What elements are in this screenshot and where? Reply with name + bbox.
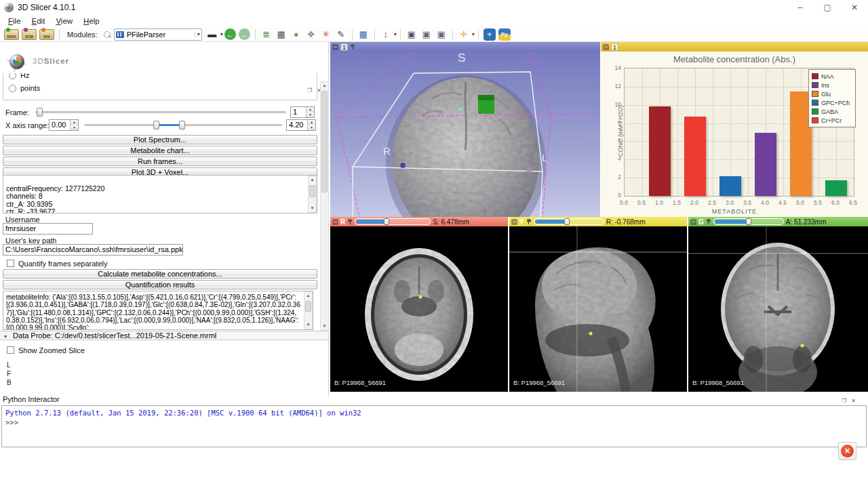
close-console-icon[interactable]: ✕ [850, 397, 857, 405]
module-search-icon[interactable] [103, 30, 111, 39]
history-forward-icon[interactable]: → [239, 28, 250, 40]
menu-file[interactable]: File [3, 17, 26, 25]
scroll-up-icon[interactable]: ▲ [304, 292, 312, 300]
xaxis-min-spinbox[interactable]: 0.00 ▲▼ [49, 119, 79, 131]
threed-view-header[interactable]: – 1 [330, 42, 600, 52]
chevron-down-icon[interactable]: ▾ [472, 31, 475, 37]
chart-view-header[interactable]: – 1 [601, 42, 868, 52]
scroll-up-icon[interactable]: ▲ [321, 82, 328, 89]
crosshair-icon[interactable]: ✛ [457, 28, 471, 41]
threed-render-area[interactable]: S R L [330, 52, 600, 217]
module-hierarchy-icon[interactable]: ≣ [260, 28, 273, 41]
threed-view[interactable]: – 1 S [330, 42, 600, 217]
slice-view-yellow[interactable]: – Y R: -0.768mm B: P19968_56691 [509, 217, 687, 392]
quantification-results-button[interactable]: Quantification results [3, 280, 317, 289]
pin-icon[interactable] [526, 219, 532, 224]
screenshot-icon[interactable]: ▣ [405, 28, 418, 41]
scroll-down-icon[interactable]: ▼ [309, 205, 316, 212]
collapse-triangle-icon[interactable]: ▾ [4, 333, 7, 341]
pin-icon[interactable] [350, 44, 355, 49]
chevron-down-icon[interactable]: ▾ [394, 31, 397, 37]
slice-view-red[interactable]: – R S: 6.478mm B: P19968_56691 [330, 217, 508, 392]
calculate-concentrations-button[interactable]: Calculate metabolite concentrations... [3, 269, 317, 279]
radio-points[interactable] [9, 85, 16, 92]
spin-up-icon[interactable]: ▲ [308, 120, 315, 125]
slice-view-green[interactable]: – G A: 51.233mm B: P19968_56691 [688, 217, 868, 392]
scroll-up-icon[interactable]: ▲ [309, 176, 316, 184]
chevron-down-icon[interactable]: ▾ [220, 31, 223, 37]
data-probe-header[interactable]: ▾ Data Probe: C:/dev/0.test/slicerTest..… [0, 331, 328, 340]
collapse-view-icon[interactable]: – [690, 219, 696, 225]
close-button[interactable]: ✕ [841, 0, 868, 15]
slider-handle[interactable] [384, 218, 389, 225]
slice-offset-slider[interactable] [534, 218, 604, 225]
menu-help[interactable]: Help [78, 17, 105, 25]
frame-spinbox[interactable]: 1 ▲▼ [290, 106, 315, 118]
error-log-button[interactable]: ✕ [838, 442, 856, 460]
collapse-view-icon[interactable]: – [332, 219, 338, 225]
minimize-button[interactable]: – [787, 0, 814, 15]
xaxis-max-spinbox[interactable]: 4.20 ▲▼ [286, 119, 316, 131]
quantify-checkbox[interactable] [7, 260, 14, 267]
python-prompt[interactable]: >>> [5, 418, 863, 427]
coronal-slice-image[interactable]: B: P19968_56691 [688, 226, 868, 392]
metabolite-chart-button[interactable]: Metabolite chart... [3, 146, 317, 155]
panel-scrollbar[interactable]: ▲ ▼ [320, 81, 329, 331]
markups-icon[interactable]: ✳ [319, 28, 333, 41]
keypath-input[interactable]: C:\Users\FranciscoMarcano\.ssh\fmrsiuser… [3, 244, 183, 256]
undock-console-icon[interactable]: ❐ [840, 397, 848, 405]
python-console[interactable]: Python 2.7.13 (default, Jan 15 2019, 22:… [1, 405, 867, 447]
python-console-icon[interactable]: Py [498, 28, 511, 41]
module-selector[interactable]: PFileParser ▾ [114, 28, 202, 41]
slice-view-red-header[interactable]: – R S: 6.478mm [330, 217, 508, 226]
scrollbar-thumb[interactable] [309, 185, 315, 197]
scrollbar-thumb[interactable] [321, 91, 328, 192]
collapse-view-icon[interactable]: – [511, 219, 517, 225]
slider-handle[interactable] [746, 218, 751, 225]
spin-down-icon[interactable]: ▼ [71, 125, 78, 131]
spin-up-icon[interactable]: ▲ [71, 120, 78, 125]
sagittal-slice-image[interactable]: B: P19968_56691 [509, 226, 687, 392]
spin-down-icon[interactable]: ▼ [307, 113, 314, 118]
mouse-mode-icon[interactable]: ↕ [379, 28, 393, 41]
scene-view-icon[interactable]: ▣ [420, 28, 433, 41]
scroll-down-icon[interactable]: ▼ [321, 323, 328, 330]
import-dicom-icon[interactable]: DCM [22, 29, 37, 40]
frame-slider[interactable] [35, 107, 286, 117]
metabolite-info-textarea[interactable]: metaboliteInfo: {'Ala':[(0.913,1.55,0.10… [3, 291, 313, 330]
axial-slice-image[interactable]: B: P19968_56691 [330, 226, 508, 392]
collapse-view-icon[interactable]: – [603, 44, 609, 50]
extensions-manager-icon[interactable]: + [484, 28, 496, 41]
history-back-icon[interactable]: ← [224, 28, 236, 40]
radio-hz[interactable] [9, 73, 16, 79]
chevron-down-icon[interactable]: ▾ [195, 31, 200, 37]
maximize-button[interactable]: ▢ [814, 0, 841, 15]
pin-icon[interactable] [347, 219, 353, 224]
chart-view[interactable]: – 1 Metabolite concentration (Abs.) CONC… [601, 42, 868, 217]
slider-handle[interactable] [564, 218, 570, 225]
save-scene-icon[interactable]: SAV [39, 29, 54, 40]
annotations-icon[interactable]: ✎ [334, 28, 348, 41]
plot-spectrum-button[interactable]: Plot Spectrum... [3, 135, 317, 144]
spin-down-icon[interactable]: ▼ [308, 125, 315, 131]
username-input[interactable]: fmrsiuser [3, 223, 93, 235]
xaxis-range-slider[interactable] [84, 120, 282, 130]
slice-view-yellow-header[interactable]: – Y R: -0.768mm [509, 217, 687, 226]
volume-rendering-icon[interactable]: ▦ [275, 28, 288, 41]
slice-offset-slider[interactable] [355, 218, 431, 225]
layout-icon[interactable]: ▦ [357, 28, 370, 41]
header-info-textarea[interactable]: centralFrequency: 1277125220 channels: 8… [3, 175, 317, 214]
module-options-icon[interactable]: ▬ [205, 28, 219, 41]
pin-icon[interactable] [706, 219, 711, 224]
scene-views-restore-icon[interactable]: ▣ [435, 28, 448, 41]
scroll-down-icon[interactable]: ▼ [304, 321, 312, 329]
models-icon[interactable]: ● [290, 28, 303, 41]
slice-view-green-header[interactable]: – G A: 51.233mm [688, 217, 868, 226]
menu-view[interactable]: View [50, 17, 78, 25]
slice-offset-slider[interactable] [713, 218, 784, 225]
run-frames-button[interactable]: Run frames... [3, 157, 317, 166]
scrollbar-thumb[interactable] [305, 301, 311, 312]
load-data-icon[interactable]: DATA [4, 29, 19, 40]
collapse-view-icon[interactable]: – [332, 44, 338, 50]
transforms-icon[interactable]: ❖ [304, 28, 318, 41]
